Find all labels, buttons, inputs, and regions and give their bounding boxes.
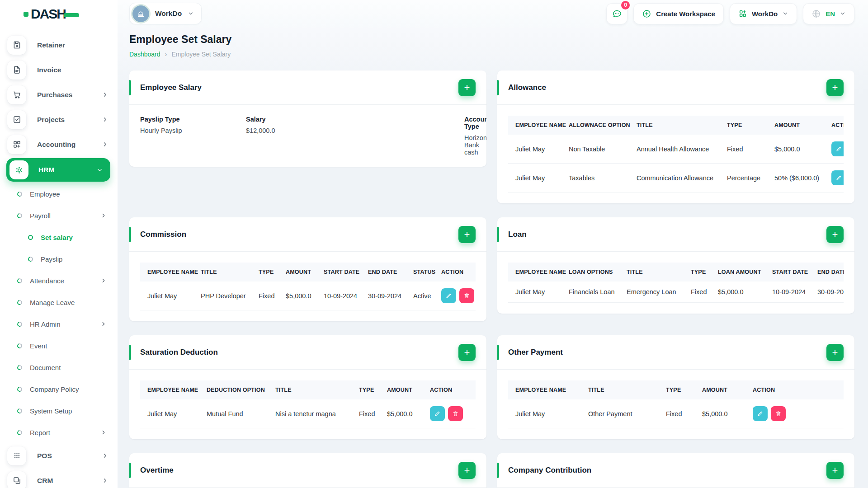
language-label: EN	[826, 10, 835, 18]
field-label: Account Type	[464, 116, 486, 130]
sidebar-item-label: System Setup	[30, 407, 72, 415]
plus-icon: +	[464, 83, 470, 93]
add-loan-button[interactable]: +	[826, 226, 844, 243]
app-logo[interactable]: DASH	[0, 0, 118, 28]
card-title: Saturation Deduction	[140, 348, 218, 357]
cell-amount: $5,000.0	[769, 135, 826, 164]
sidebar-item-hrm[interactable]: HRM	[6, 158, 110, 182]
sidebar-item-label: Set salary	[41, 234, 73, 241]
language-selector[interactable]: EN	[803, 3, 854, 24]
card-header: Company Contribution +	[497, 453, 854, 488]
sidebar-item-payroll[interactable]: Payroll	[0, 205, 118, 226]
workdo-menu-button[interactable]: WorkDo	[730, 3, 797, 24]
delete-button[interactable]	[448, 406, 463, 421]
column-header: TYPE	[354, 380, 382, 399]
edit-button[interactable]	[831, 170, 844, 185]
plus-icon: +	[832, 347, 838, 357]
sidebar-item-projects[interactable]: Projects	[0, 107, 118, 132]
plus-icon: +	[464, 465, 470, 475]
delete-button[interactable]	[771, 406, 786, 421]
cell-status: Active	[408, 282, 436, 310]
sidebar-item-report[interactable]: Report	[0, 422, 118, 443]
breadcrumb-current: Employee Set Salary	[172, 51, 231, 58]
card-title: Employee Salary	[140, 83, 202, 92]
delete-button[interactable]	[459, 288, 474, 303]
breadcrumb-dashboard-link[interactable]: Dashboard	[129, 51, 160, 58]
other-payment-card: Other Payment + EMPLOYEE NAME TITLE TYPE…	[497, 335, 854, 439]
column-header: TYPE	[722, 116, 769, 135]
card-title: Commission	[140, 230, 186, 239]
page-title: Employee Set Salary	[129, 33, 854, 46]
edit-button[interactable]	[441, 288, 456, 303]
add-overtime-button[interactable]: +	[458, 462, 476, 479]
column-header: LOAN OPTIONS	[563, 263, 621, 282]
bullet-ring-icon	[27, 256, 34, 263]
sidebar-item-purchases[interactable]: Purchases	[0, 82, 118, 107]
sidebar-item-attendance[interactable]: Attendance	[0, 270, 118, 291]
add-allowance-button[interactable]: +	[826, 79, 844, 96]
sidebar-item-company-policy[interactable]: Company Policy	[0, 378, 118, 400]
commission-card: Commission + EMPLOYEE NAME TITLE TYPE AM…	[129, 217, 486, 321]
card-header: Employee Salary +	[129, 70, 486, 105]
bullet-ring-icon	[16, 191, 23, 197]
sidebar-item-document[interactable]: Document	[0, 357, 118, 378]
sidebar-item-label: Document	[30, 364, 61, 371]
add-commission-button[interactable]: +	[458, 226, 476, 243]
add-saturation-deduction-button[interactable]: +	[458, 344, 476, 361]
card-title: Overtime	[140, 466, 174, 475]
column-header: AMOUNT	[769, 116, 826, 135]
sidebar-item-payslip[interactable]: Payslip	[0, 248, 118, 270]
sidebar-item-set-salary[interactable]: Set salary	[0, 226, 118, 248]
sidebar-item-accounting[interactable]: Accounting	[0, 132, 118, 157]
invoice-icon	[7, 61, 26, 80]
commission-table: EMPLOYEE NAME TITLE TYPE AMOUNT START DA…	[140, 263, 476, 310]
column-header: END DATE	[812, 263, 844, 282]
edit-button[interactable]	[753, 406, 768, 421]
sidebar-item-retainer[interactable]: Retainer	[0, 33, 118, 57]
column-header: AMOUNT	[382, 380, 425, 399]
saturation-deduction-card: Saturation Deduction + EMPLOYEE NAME DED…	[129, 335, 486, 439]
cell-end-date: 30-09-2024	[812, 282, 844, 303]
column-header: ACTION	[747, 380, 844, 399]
column-header: STATUS	[408, 263, 436, 282]
cell-option: Non Taxable	[563, 135, 631, 164]
create-workspace-label: Create Workspace	[656, 10, 715, 18]
add-other-payment-button[interactable]: +	[826, 344, 844, 361]
allowance-table: EMPLOYEE NAME ALLOWNACE OPTION TITLE TYP…	[508, 116, 844, 192]
add-employee-salary-button[interactable]: +	[458, 79, 476, 96]
cell-employee: Juliet May	[508, 164, 563, 192]
sidebar-item-label: Payroll	[30, 212, 51, 220]
other-payment-table: EMPLOYEE NAME TITLE TYPE AMOUNT ACTION J…	[508, 380, 844, 428]
add-company-contribution-button[interactable]: +	[826, 462, 844, 479]
accounting-icon	[7, 135, 26, 154]
globe-icon	[811, 9, 821, 19]
column-header: END DATE	[363, 263, 408, 282]
sidebar-item-label: Purchases	[37, 91, 72, 99]
bullet-ring-icon	[16, 212, 23, 219]
workspace-switcher[interactable]: WorkDo	[129, 3, 202, 24]
sidebar-item-crm[interactable]: CRM	[0, 468, 118, 488]
cell-employee: Juliet May	[508, 282, 563, 303]
column-header: TITLE	[583, 380, 660, 399]
sidebar-item-event[interactable]: Event	[0, 335, 118, 357]
card-header: Saturation Deduction +	[129, 335, 486, 370]
column-header: START DATE	[767, 263, 812, 282]
sidebar-item-employee[interactable]: Employee	[0, 183, 118, 205]
sidebar-item-pos[interactable]: POS	[0, 443, 118, 468]
card-body: EMPLOYEE NAME LOAN OPTIONS TITLE TYPE LO…	[497, 252, 854, 314]
cell-start-date: 10-09-2024	[767, 282, 812, 303]
create-workspace-button[interactable]: Create Workspace	[633, 3, 724, 24]
edit-button[interactable]	[430, 406, 445, 421]
top-bar-actions: 0 Create Workspace WorkDo EN	[606, 3, 854, 24]
sidebar-item-manage-leave[interactable]: Manage Leave	[0, 291, 118, 313]
sidebar-item-label: Attendance	[30, 277, 64, 285]
column-header: EMPLOYEE NAME	[140, 263, 195, 282]
sidebar-item-invoice[interactable]: Invoice	[0, 57, 118, 82]
sidebar-item-system-setup[interactable]: System Setup	[0, 400, 118, 422]
sidebar-item-label: CRM	[37, 477, 53, 485]
messages-button[interactable]: 0	[606, 3, 627, 24]
sidebar-item-label: HR Admin	[30, 320, 61, 328]
cell-type: Fixed	[253, 282, 280, 310]
sidebar-item-hr-admin[interactable]: HR Admin	[0, 313, 118, 335]
edit-button[interactable]	[831, 141, 844, 156]
